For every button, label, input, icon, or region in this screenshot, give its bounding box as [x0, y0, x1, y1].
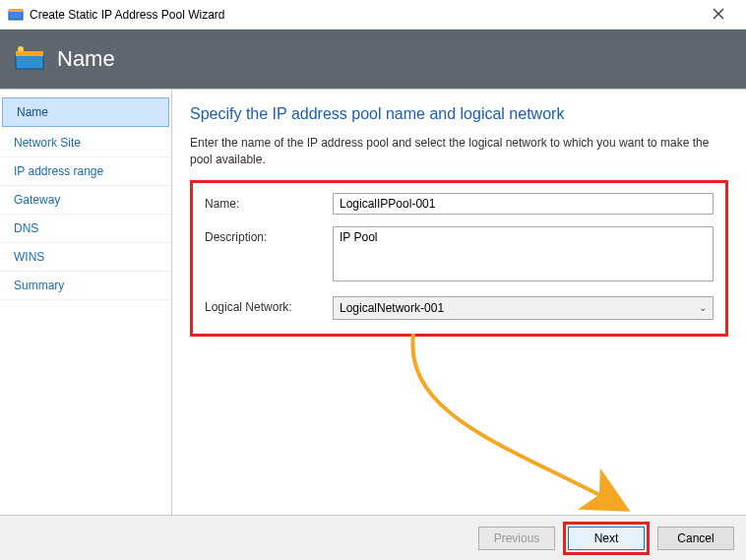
next-button[interactable]: Next [568, 527, 645, 550]
sidebar-item-wins[interactable]: WINS [0, 243, 171, 272]
chevron-down-icon: ⌄ [699, 302, 707, 313]
cancel-button[interactable]: Cancel [657, 527, 734, 550]
svg-point-6 [18, 46, 24, 52]
svg-rect-4 [16, 55, 43, 69]
titlebar: Create Static IP Address Pool Wizard [0, 0, 746, 30]
logical-network-label: Logical Network: [205, 296, 333, 314]
next-button-highlight: Next [563, 522, 650, 555]
description-input[interactable] [333, 226, 714, 281]
wizard-body: Name Network Site IP address range Gatew… [0, 89, 746, 515]
name-input[interactable] [333, 193, 714, 215]
sidebar-item-name[interactable]: Name [2, 97, 169, 127]
sidebar-item-summary[interactable]: Summary [0, 272, 171, 300]
sidebar-item-ip-range[interactable]: IP address range [0, 157, 171, 186]
wizard-footer: Previous Next Cancel [0, 515, 746, 560]
banner-icon [14, 43, 45, 75]
banner-title: Name [57, 46, 115, 72]
page-heading: Specify the IP address pool name and log… [190, 105, 728, 123]
sidebar-item-dns[interactable]: DNS [0, 215, 171, 243]
wizard-content: Specify the IP address pool name and log… [172, 90, 746, 515]
svg-rect-0 [9, 11, 23, 20]
app-icon [8, 7, 24, 23]
window-title: Create Static IP Address Pool Wizard [30, 8, 699, 22]
wizard-steps-sidebar: Name Network Site IP address range Gatew… [0, 90, 172, 515]
page-intro: Enter the name of the IP address pool an… [190, 135, 728, 168]
close-button[interactable] [699, 1, 738, 29]
name-label: Name: [205, 193, 333, 211]
close-icon [713, 8, 724, 20]
wizard-banner: Name [0, 30, 746, 89]
form-highlight-box: Name: Description: Logical Network: Logi… [190, 180, 728, 337]
description-label: Description: [205, 226, 333, 244]
sidebar-item-network-site[interactable]: Network Site [0, 129, 171, 157]
sidebar-item-gateway[interactable]: Gateway [0, 186, 171, 215]
svg-rect-1 [9, 9, 23, 12]
logical-network-value: LogicalNetwork-001 [340, 301, 444, 315]
logical-network-select[interactable]: LogicalNetwork-001 ⌄ [333, 296, 714, 320]
previous-button: Previous [478, 527, 555, 550]
